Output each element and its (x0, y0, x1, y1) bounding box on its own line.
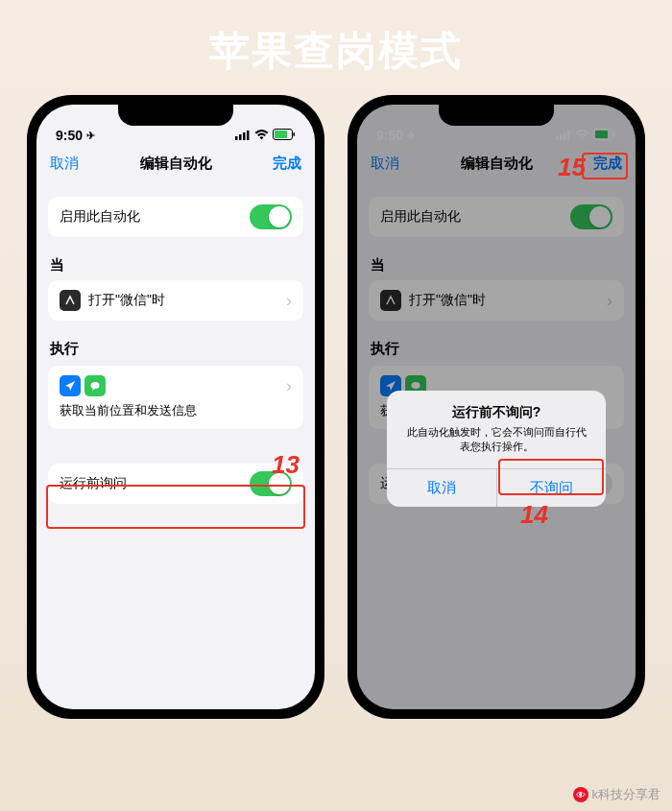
enable-toggle[interactable] (250, 204, 292, 229)
nav-title: 编辑自动化 (140, 155, 212, 173)
annotation-15: 15 (558, 153, 586, 182)
action-text: 获取当前位置和发送信息 (60, 402, 197, 419)
svg-rect-0 (235, 136, 238, 140)
when-text: 打开"微信"时 (88, 292, 286, 309)
action-row[interactable]: › 获取当前位置和发送信息 (48, 366, 303, 429)
svg-rect-1 (239, 134, 242, 140)
enable-row[interactable]: 启用此自动化 (48, 197, 303, 237)
nav-bar: 取消 编辑自动化 完成 (36, 145, 315, 181)
battery-icon (273, 128, 296, 143)
svg-rect-6 (294, 132, 296, 136)
chevron-icon: › (286, 376, 292, 396)
location-icon: ✈ (86, 130, 95, 142)
app-icon (60, 290, 81, 311)
highlight-14 (498, 459, 604, 495)
page-title: 苹果查岗模式 (0, 0, 672, 95)
wifi-icon (254, 128, 269, 143)
notch (118, 105, 233, 126)
do-header: 执行 (38, 340, 315, 358)
svg-rect-5 (275, 131, 287, 138)
status-time: 9:50 (56, 128, 83, 143)
alert-cancel-button[interactable]: 取消 (387, 469, 497, 507)
when-row[interactable]: 打开"微信"时 › (48, 280, 303, 321)
cancel-button[interactable]: 取消 (50, 155, 79, 173)
message-action-icon (84, 375, 106, 396)
svg-rect-2 (243, 132, 246, 140)
alert-title: 运行前不询问? (387, 391, 606, 425)
phone-right: 9:50 ✈ (348, 95, 645, 719)
watermark: 👁 k科技分享君 (573, 786, 661, 803)
when-header: 当 (38, 256, 315, 274)
svg-rect-3 (247, 131, 250, 140)
signal-icon (235, 128, 251, 143)
svg-point-7 (91, 382, 100, 389)
annotation-13: 13 (272, 450, 300, 480)
chevron-icon: › (286, 291, 292, 311)
phone-left: 9:50 ✈ 取消 编辑自动化 完成 (27, 95, 324, 719)
done-button[interactable]: 完成 (273, 155, 301, 173)
highlight-15 (582, 153, 628, 179)
annotation-14: 14 (520, 500, 548, 530)
enable-label: 启用此自动化 (60, 208, 250, 226)
location-action-icon (60, 375, 81, 396)
notch (439, 105, 554, 126)
weibo-icon: 👁 (573, 787, 588, 802)
highlight-13 (46, 485, 305, 529)
